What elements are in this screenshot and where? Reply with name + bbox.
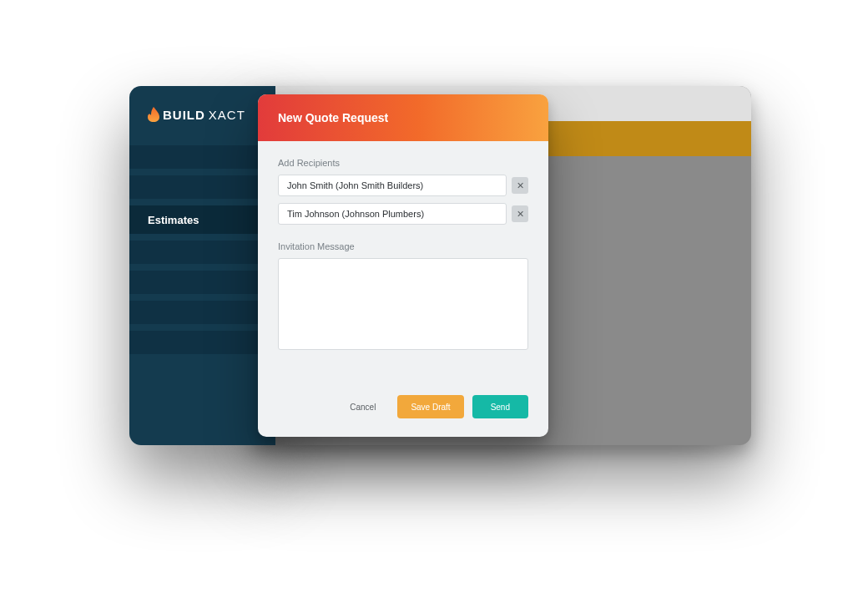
sidebar-item[interactable]	[129, 241, 275, 264]
invitation-message-input[interactable]	[278, 258, 528, 350]
modal-footer: Cancel Save Draft Send	[258, 380, 548, 437]
close-icon: ✕	[517, 180, 524, 191]
modal-body: Add Recipients John Smith (John Smith Bu…	[258, 141, 548, 380]
sidebar: BUILDXACT Estimates	[129, 86, 275, 445]
sidebar-nav: Estimates	[129, 142, 275, 357]
save-draft-button[interactable]: Save Draft	[397, 395, 463, 418]
recipient-name: John Smith (John Smith Builders)	[287, 180, 423, 190]
flame-icon	[148, 107, 159, 122]
sidebar-item-estimates[interactable]: Estimates	[129, 205, 275, 234]
brand-logo: BUILDXACT	[129, 86, 275, 142]
message-section: Invitation Message	[278, 241, 528, 353]
cancel-button[interactable]: Cancel	[336, 395, 389, 418]
sidebar-item[interactable]	[129, 175, 275, 199]
new-quote-request-modal: New Quote Request Add Recipients John Sm…	[258, 94, 548, 437]
sidebar-item-label: Estimates	[148, 214, 199, 226]
send-button[interactable]: Send	[472, 395, 528, 418]
close-icon: ✕	[517, 209, 524, 220]
recipient-row: John Smith (John Smith Builders) ✕	[278, 175, 528, 196]
modal-title: New Quote Request	[278, 111, 388, 124]
recipient-remove-button[interactable]: ✕	[512, 177, 528, 194]
recipient-chip[interactable]: Tim Johnson (Johnson Plumbers)	[278, 203, 507, 225]
message-label: Invitation Message	[278, 241, 528, 251]
brand-text-b: XACT	[209, 108, 245, 122]
sidebar-item[interactable]	[129, 145, 275, 169]
sidebar-item[interactable]	[129, 301, 275, 324]
recipient-chip[interactable]: John Smith (John Smith Builders)	[278, 175, 507, 196]
sidebar-item[interactable]	[129, 331, 275, 354]
recipient-row: Tim Johnson (Johnson Plumbers) ✕	[278, 203, 528, 225]
recipient-name: Tim Johnson (Johnson Plumbers)	[287, 209, 424, 219]
brand-text-a: BUILD	[163, 108, 205, 122]
recipients-label: Add Recipients	[278, 158, 528, 168]
recipient-remove-button[interactable]: ✕	[512, 205, 528, 222]
sidebar-item[interactable]	[129, 271, 275, 294]
modal-header: New Quote Request	[258, 94, 548, 141]
